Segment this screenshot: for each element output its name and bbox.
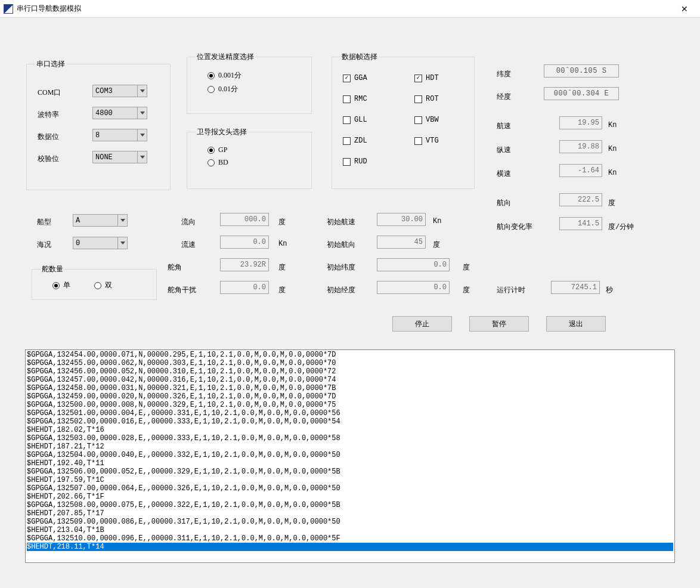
- combo-databits[interactable]: 8: [92, 129, 147, 141]
- log-line[interactable]: $GPGGA,132454.00,0000.071,N,00000.295,E,…: [27, 351, 673, 359]
- combo-sea[interactable]: 0: [73, 237, 128, 249]
- radio-label: 0.001分: [218, 70, 241, 81]
- label-sea: 海况: [37, 240, 51, 250]
- field-trans-spd: -1.64: [559, 164, 602, 177]
- log-line[interactable]: $GPGGA,132457.00,0000.042,N,00000.316,E,…: [27, 376, 673, 384]
- chk-rmc[interactable]: RMC: [343, 95, 367, 103]
- log-line[interactable]: $GPGGA,132508.00,0000.075,E,,00000.322,E…: [27, 501, 673, 509]
- unit-init-hdg: 度: [433, 240, 440, 250]
- chk-hdt[interactable]: HDT: [414, 74, 439, 82]
- log-line[interactable]: $HEHDT,192.40,T*11: [27, 459, 673, 468]
- log-line[interactable]: $GPGGA,132501.00,0000.004,E,,00000.331,E…: [27, 409, 673, 417]
- label-lat: 纬度: [497, 69, 511, 79]
- chk-gga[interactable]: GGA: [343, 74, 367, 82]
- radio-talker-bd[interactable]: BD: [207, 158, 303, 167]
- radio-icon: [52, 282, 60, 289]
- unit-flow-dir: 度: [278, 217, 286, 227]
- group-frames: 数据帧选择 GGA RMC GLL ZDL RUD HDT ROT VBW VT…: [332, 52, 475, 189]
- radio-talker-gp[interactable]: GP: [207, 146, 303, 154]
- field-rudder-angle[interactable]: 23.92R: [220, 258, 269, 271]
- label-rudder-noise: 舵角干扰: [168, 285, 196, 295]
- field-rudder-noise[interactable]: 0.0: [220, 281, 269, 294]
- label-flow-dir: 流向: [181, 217, 196, 227]
- field-heading: 222.5: [559, 193, 602, 206]
- radio-precision-001[interactable]: 0.01分: [207, 84, 303, 94]
- field-flow-dir[interactable]: 000.0: [220, 213, 269, 226]
- log-line[interactable]: $GPGGA,132510.00,0000.096,E,,00000.311,E…: [27, 534, 673, 543]
- radio-label: BD: [218, 158, 228, 167]
- combo-parity[interactable]: NONE: [92, 151, 147, 163]
- button-exit[interactable]: 退出: [546, 316, 606, 332]
- field-init-lon[interactable]: 0.0: [377, 281, 450, 294]
- close-button[interactable]: ✕: [676, 2, 693, 16]
- combo-databits-value: 8: [93, 131, 137, 140]
- chk-gll[interactable]: GLL: [343, 116, 367, 124]
- log-line[interactable]: $HEHDT,207.85,T*17: [27, 509, 673, 518]
- log-line[interactable]: $HEHDT,218.11,T*14: [27, 543, 673, 551]
- chevron-down-icon: [137, 129, 147, 141]
- chk-label: RMC: [354, 95, 367, 103]
- legend-talker: 卫导报文头选择: [196, 127, 248, 137]
- log-line[interactable]: $GPGGA,132507.00,0000.064,E,,00000.326,E…: [27, 484, 673, 493]
- radio-icon: [207, 147, 215, 154]
- log-line[interactable]: $GPGGA,132500.00,0000.008,N,00000.329,E,…: [27, 401, 673, 409]
- log-output[interactable]: $GPGGA,132454.00,0000.071,N,00000.295,E,…: [25, 349, 675, 563]
- chk-label: VBW: [426, 116, 439, 124]
- log-line[interactable]: $GPGGA,132459.00,0000.020,N,00000.326,E,…: [27, 392, 673, 401]
- checkbox-icon: [414, 95, 422, 103]
- radio-precision-0001[interactable]: 0.001分: [207, 70, 303, 81]
- unit-long-spd: Kn: [608, 145, 617, 153]
- label-sog: 航速: [497, 121, 511, 131]
- combo-shiptype[interactable]: A: [73, 214, 128, 227]
- log-line[interactable]: $HEHDT,202.66,T*1F: [27, 493, 673, 501]
- chk-vtg[interactable]: VTG: [414, 137, 439, 145]
- legend-frames: 数据帧选择: [340, 52, 379, 62]
- chk-label: GGA: [354, 74, 367, 82]
- log-line[interactable]: $HEHDT,187.21,T*12: [27, 442, 673, 451]
- combo-baud[interactable]: 4800: [92, 107, 147, 119]
- field-init-lat[interactable]: 0.0: [377, 258, 450, 271]
- label-heading: 航向: [497, 198, 511, 208]
- label-rudder-angle: 舵角: [168, 262, 182, 273]
- checkbox-icon: [343, 95, 351, 103]
- label-flow-spd: 流速: [181, 240, 196, 250]
- checkbox-icon: [343, 75, 351, 82]
- radio-rudder-single[interactable]: 单: [52, 280, 70, 290]
- chk-rot[interactable]: ROT: [414, 95, 439, 103]
- label-com: COM口: [38, 88, 61, 98]
- combo-com[interactable]: COM3: [92, 85, 147, 97]
- combo-shiptype-value: A: [73, 216, 117, 225]
- log-line[interactable]: $GPGGA,132502.00,0000.016,E,,00000.333,E…: [27, 417, 673, 426]
- chk-label: ROT: [426, 95, 439, 103]
- chevron-down-icon: [117, 237, 127, 249]
- field-lat: 00ˆ00.105 S: [544, 64, 619, 78]
- titlebar: 串行口导航数据模拟 ✕: [0, 0, 700, 18]
- log-line[interactable]: $HEHDT,182.02,T*16: [27, 426, 673, 434]
- log-line[interactable]: $HEHDT,197.59,T*1C: [27, 476, 673, 484]
- chevron-down-icon: [137, 107, 147, 119]
- app-icon: [4, 4, 13, 14]
- field-init-hdg[interactable]: 45: [377, 236, 426, 249]
- log-line[interactable]: $GPGGA,132504.00,0000.040,E,,00000.332,E…: [27, 451, 673, 459]
- log-line[interactable]: $GPGGA,132458.00,0000.031,N,00000.321,E,…: [27, 384, 673, 392]
- field-runtime: 7245.1: [551, 281, 600, 294]
- label-trans-spd: 横速: [497, 169, 511, 179]
- field-flow-spd[interactable]: 0.0: [220, 236, 269, 249]
- log-line[interactable]: $GPGGA,132509.00,0000.086,E,,00000.317,E…: [27, 518, 673, 526]
- log-line[interactable]: $GPGGA,132456.00,0000.052,N,00000.310,E,…: [27, 367, 673, 376]
- log-line[interactable]: $GPGGA,132506.00,0000.052,E,,00000.329,E…: [27, 468, 673, 476]
- button-pause[interactable]: 暂停: [469, 316, 529, 332]
- window-title: 串行口导航数据模拟: [17, 4, 81, 14]
- field-sog: 19.95: [559, 116, 602, 129]
- chk-vbw[interactable]: VBW: [414, 116, 439, 124]
- radio-rudder-double[interactable]: 双: [94, 280, 112, 290]
- button-stop[interactable]: 停止: [392, 316, 452, 332]
- chk-rud[interactable]: RUD: [343, 157, 367, 166]
- log-line[interactable]: $GPGGA,132455.00,0000.062,N,00000.303,E,…: [27, 359, 673, 367]
- log-line[interactable]: $HEHDT,213.04,T*1B: [27, 526, 673, 534]
- label-runtime: 运行计时: [497, 285, 525, 295]
- log-line[interactable]: $GPGGA,132503.00,0000.028,E,,00000.333,E…: [27, 434, 673, 442]
- chk-zdl[interactable]: ZDL: [343, 137, 367, 145]
- group-rudder-count: 舵数量 单 双: [32, 264, 157, 300]
- field-init-spd[interactable]: 30.00: [377, 213, 426, 226]
